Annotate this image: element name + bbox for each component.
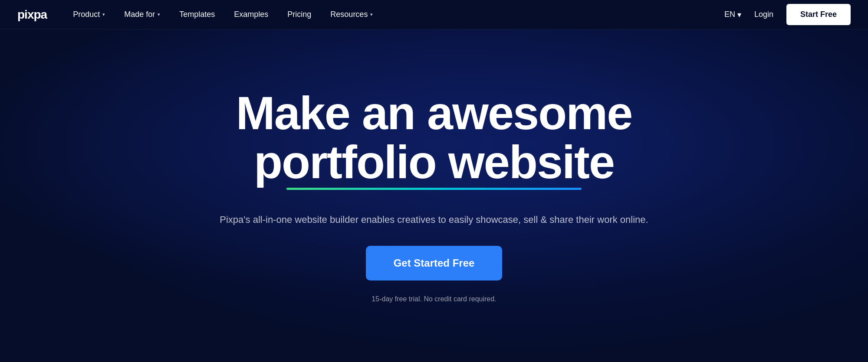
resources-chevron-icon: ▾ [370, 12, 373, 17]
nav-examples-label: Examples [234, 10, 268, 19]
lang-chevron-icon: ▾ [737, 10, 741, 20]
nav-right: EN ▾ Login Start Free [724, 4, 851, 25]
nav-pricing-label: Pricing [287, 10, 311, 19]
nav-resources[interactable]: Resources ▾ [330, 10, 373, 19]
nav-product[interactable]: Product ▾ [73, 10, 105, 19]
hero-subtitle: Pixpa's all-in-one website builder enabl… [220, 212, 648, 227]
hero-section: Make an awesome portfolio website Pixpa'… [0, 0, 868, 362]
nav-examples[interactable]: Examples [234, 10, 268, 19]
hero-headline: Make an awesome portfolio website [220, 88, 648, 187]
navbar: pixpa Product ▾ Made for ▾ Templates Exa… [0, 0, 868, 29]
nav-made-for[interactable]: Made for ▾ [124, 10, 160, 19]
get-started-free-button[interactable]: Get Started Free [366, 246, 503, 280]
nav-made-for-label: Made for [124, 10, 155, 19]
start-free-button[interactable]: Start Free [786, 4, 851, 25]
nav-resources-label: Resources [330, 10, 368, 19]
language-label: EN [724, 10, 735, 19]
nav-pricing[interactable]: Pricing [287, 10, 311, 19]
product-chevron-icon: ▾ [102, 12, 105, 17]
nav-templates-label: Templates [179, 10, 215, 19]
made-for-chevron-icon: ▾ [158, 12, 160, 17]
nav-links: Product ▾ Made for ▾ Templates Examples … [73, 10, 724, 19]
hero-content: Make an awesome portfolio website Pixpa'… [202, 88, 665, 303]
language-selector[interactable]: EN ▾ [724, 10, 741, 20]
login-link[interactable]: Login [754, 10, 773, 19]
hero-headline-line2: portfolio website [220, 137, 648, 186]
headline-underline-decoration [286, 188, 582, 190]
nav-product-label: Product [73, 10, 100, 19]
trial-disclaimer: 15-day free trial. No credit card requir… [220, 295, 648, 303]
nav-templates[interactable]: Templates [179, 10, 215, 19]
brand-logo[interactable]: pixpa [17, 8, 47, 22]
hero-headline-line1: Make an awesome [220, 88, 648, 137]
